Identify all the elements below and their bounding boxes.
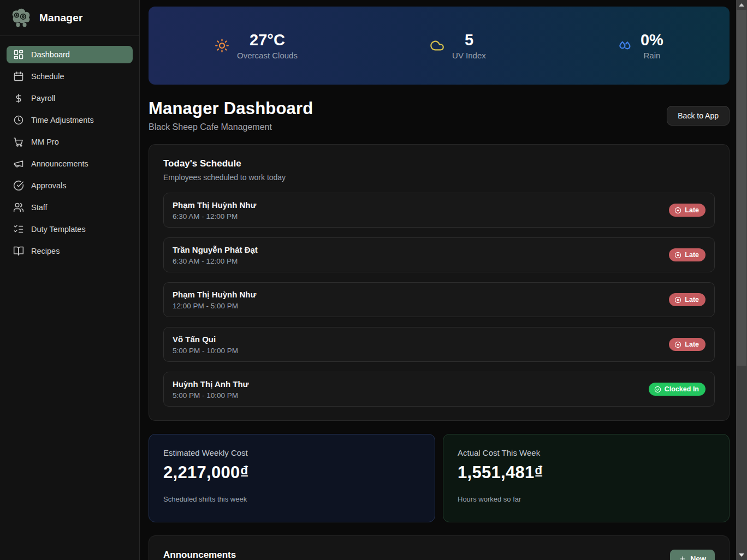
sidebar-item-label: Staff xyxy=(31,203,48,212)
rain-label: Rain xyxy=(641,51,663,60)
schedule-shift-row: Trần Nguyễn Phát Đạt6:30 AM - 12:00 PMLa… xyxy=(163,237,715,272)
calendar-icon xyxy=(13,71,24,82)
status-badge: Late xyxy=(669,248,706,261)
sidebar-item-approvals[interactable]: Approvals xyxy=(7,177,133,194)
schedule-card-subtitle: Employees scheduled to work today xyxy=(163,173,715,182)
employee-name: Huỳnh Thị Anh Thư xyxy=(173,379,248,389)
new-button-label: New xyxy=(690,555,706,560)
triangle-up-icon xyxy=(739,3,744,7)
sidebar-item-announcements[interactable]: Announcements xyxy=(7,155,133,172)
alert-circle-icon xyxy=(674,296,681,303)
actual-cost-card: Actual Cost This Week 1,551,481₫ Hours w… xyxy=(443,434,730,522)
employee-name: Võ Tấn Qui xyxy=(173,335,238,344)
schedule-shift-row: Huỳnh Thị Anh Thư5:00 PM - 10:00 PMClock… xyxy=(163,372,715,407)
weather-condition: Overcast Clouds xyxy=(237,51,298,60)
sidebar-item-label: Schedule xyxy=(31,72,64,81)
weather-temperature-stat: 27°C Overcast Clouds xyxy=(215,31,298,59)
sidebar-item-label: Dashboard xyxy=(31,50,70,59)
sheep-logo-icon xyxy=(10,8,33,28)
alert-circle-icon xyxy=(674,207,681,214)
schedule-shift-row: Võ Tấn Qui5:00 PM - 10:00 PMLate xyxy=(163,327,715,362)
vertical-scrollbar[interactable] xyxy=(736,0,747,560)
uv-index-stat: 5 UV Index xyxy=(430,31,486,59)
sidebar-item-time-adjustments[interactable]: Time Adjustments xyxy=(7,111,133,129)
dollar-icon xyxy=(13,93,24,104)
sidebar-item-label: MM Pro xyxy=(31,138,59,146)
shift-time: 12:00 PM - 5:00 PM xyxy=(173,302,256,310)
status-badge: Late xyxy=(669,293,706,306)
sidebar-item-label: Payroll xyxy=(31,94,55,103)
scroll-up-button[interactable] xyxy=(736,0,747,10)
manager-app: Manager DashboardSchedulePayrollTime Adj… xyxy=(0,0,747,560)
book-icon xyxy=(13,246,24,257)
weather-banner: 27°C Overcast Clouds 5 UV Index 0% Rain xyxy=(149,7,730,85)
announcements-title: Announcements xyxy=(163,550,236,560)
shift-time: 5:00 PM - 10:00 PM xyxy=(173,391,248,400)
rain-stat: 0% Rain xyxy=(618,31,663,59)
checklist-icon xyxy=(13,224,24,235)
page-header: Manager Dashboard Black Sheep Cafe Manag… xyxy=(149,99,730,132)
shift-info: Phạm Thị Huỳnh Như6:30 AM - 12:00 PM xyxy=(173,200,256,221)
sidebar-item-label: Time Adjustments xyxy=(31,116,94,124)
temperature-value: 27°C xyxy=(237,31,298,49)
sidebar-item-schedule[interactable]: Schedule xyxy=(7,68,133,85)
cloud-icon xyxy=(430,38,444,53)
back-to-app-button[interactable]: Back to App xyxy=(667,106,730,126)
scroll-down-button[interactable] xyxy=(736,550,747,560)
clock-icon xyxy=(13,115,24,126)
status-badge-label: Late xyxy=(685,251,699,259)
shift-info: Trần Nguyễn Phát Đạt6:30 AM - 12:00 PM xyxy=(173,245,258,265)
cost-cards-row: Estimated Weekly Cost 2,217,000₫ Schedul… xyxy=(149,434,730,522)
estimated-cost-label: Estimated Weekly Cost xyxy=(163,448,420,457)
sidebar-item-recipes[interactable]: Recipes xyxy=(7,242,133,260)
sidebar: Manager DashboardSchedulePayrollTime Adj… xyxy=(0,0,140,560)
sidebar-item-payroll[interactable]: Payroll xyxy=(7,90,133,107)
schedule-shift-row: Phạm Thị Huỳnh Như12:00 PM - 5:00 PMLate xyxy=(163,282,715,317)
alert-circle-icon xyxy=(674,341,681,348)
status-badge: Late xyxy=(669,204,706,217)
sidebar-item-dashboard[interactable]: Dashboard xyxy=(7,46,133,63)
actual-cost-note: Hours worked so far xyxy=(458,495,715,503)
schedule-shift-row: Phạm Thị Huỳnh Như6:30 AM - 12:00 PMLate xyxy=(163,193,715,228)
scrollbar-thumb[interactable] xyxy=(737,10,746,366)
plus-icon xyxy=(679,555,686,560)
shift-time: 6:30 AM - 12:00 PM xyxy=(173,257,258,265)
status-badge: Late xyxy=(669,338,706,351)
sidebar-header: Manager xyxy=(0,0,139,36)
sidebar-nav: DashboardSchedulePayrollTime Adjustments… xyxy=(0,36,139,270)
uv-label: UV Index xyxy=(452,51,486,60)
check-circle-icon xyxy=(654,386,661,393)
shift-info: Võ Tấn Qui5:00 PM - 10:00 PM xyxy=(173,335,238,355)
new-announcement-button[interactable]: New xyxy=(670,550,715,560)
sidebar-item-label: Approvals xyxy=(31,181,66,190)
sidebar-item-label: Recipes xyxy=(31,247,60,255)
sidebar-item-mm-pro[interactable]: MM Pro xyxy=(7,133,133,151)
rain-value: 0% xyxy=(641,31,663,49)
estimated-weekly-cost-card: Estimated Weekly Cost 2,217,000₫ Schedul… xyxy=(149,434,435,522)
status-badge-label: Late xyxy=(685,206,699,214)
employee-name: Phạm Thị Huỳnh Như xyxy=(173,290,256,299)
sidebar-item-duty-templates[interactable]: Duty Templates xyxy=(7,221,133,238)
sun-icon xyxy=(215,38,229,53)
alert-circle-icon xyxy=(674,252,681,259)
main-content: 27°C Overcast Clouds 5 UV Index 0% Rain xyxy=(140,0,736,560)
schedule-rows: Phạm Thị Huỳnh Như6:30 AM - 12:00 PMLate… xyxy=(163,193,715,407)
announcements-card: Announcements New xyxy=(149,535,730,560)
status-badge-label: Clocked In xyxy=(665,385,699,393)
employee-name: Phạm Thị Huỳnh Như xyxy=(173,200,256,210)
page-subtitle: Black Sheep Cafe Management xyxy=(149,122,313,132)
sidebar-item-label: Duty Templates xyxy=(31,225,86,234)
shift-info: Huỳnh Thị Anh Thư5:00 PM - 10:00 PM xyxy=(173,379,248,400)
sidebar-item-label: Announcements xyxy=(31,159,88,168)
app-title: Manager xyxy=(39,12,83,24)
schedule-card-title: Today's Schedule xyxy=(163,158,715,169)
actual-cost-value: 1,551,481₫ xyxy=(458,463,715,482)
status-badge-label: Late xyxy=(685,296,699,303)
actual-cost-label: Actual Cost This Week xyxy=(458,448,715,457)
sidebar-item-staff[interactable]: Staff xyxy=(7,199,133,216)
estimated-cost-value: 2,217,000₫ xyxy=(163,463,420,482)
status-badge-label: Late xyxy=(685,341,699,348)
check-circle-icon xyxy=(13,180,24,191)
megaphone-icon xyxy=(13,158,24,169)
shift-info: Phạm Thị Huỳnh Như12:00 PM - 5:00 PM xyxy=(173,290,256,310)
